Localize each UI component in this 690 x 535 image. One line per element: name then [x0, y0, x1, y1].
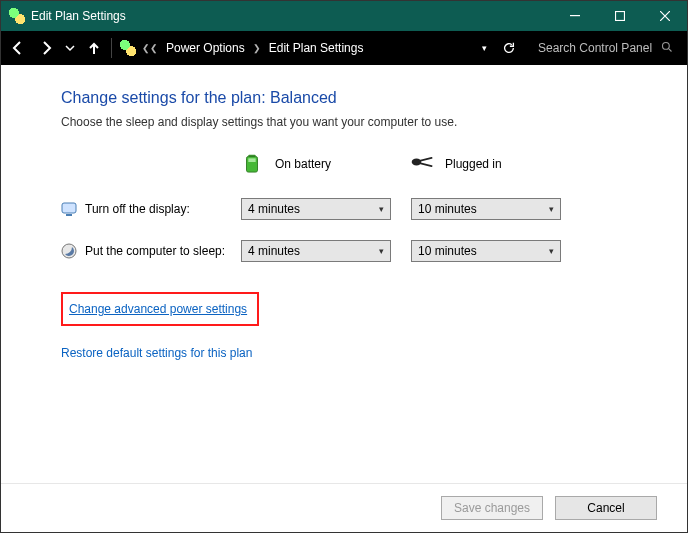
- sleep-icon: [61, 243, 77, 259]
- setting-row-sleep: Put the computer to sleep: 4 minutes ▾ 1…: [61, 240, 665, 262]
- chevron-down-icon: ▾: [379, 204, 384, 214]
- nav-bar: ❮❮ Power Options ❯ Edit Plan Settings ▾ …: [1, 31, 687, 65]
- search-placeholder: Search Control Panel: [538, 41, 652, 55]
- breadcrumb-item[interactable]: Power Options: [166, 41, 245, 55]
- chevron-left-icon: ❮❮: [142, 43, 158, 53]
- power-options-icon: [120, 40, 136, 56]
- display-plugged-select[interactable]: 10 minutes ▾: [411, 198, 561, 220]
- sleep-label: Put the computer to sleep:: [85, 244, 225, 258]
- chevron-right-icon: ❯: [253, 43, 261, 53]
- footer-bar: Save changes Cancel: [1, 483, 687, 532]
- forward-button[interactable]: [33, 35, 59, 61]
- nav-separator: [111, 38, 112, 58]
- svg-rect-8: [66, 214, 72, 216]
- column-header-battery: On battery: [275, 157, 331, 171]
- cancel-button[interactable]: Cancel: [555, 496, 657, 520]
- search-icon: [661, 41, 673, 56]
- breadcrumb-item[interactable]: Edit Plan Settings: [269, 41, 364, 55]
- sleep-plugged-select[interactable]: 10 minutes ▾: [411, 240, 561, 262]
- advanced-settings-link[interactable]: Change advanced power settings: [61, 292, 259, 326]
- display-icon: [61, 201, 77, 217]
- sleep-battery-select[interactable]: 4 minutes ▾: [241, 240, 391, 262]
- svg-rect-7: [62, 203, 76, 213]
- column-headers: On battery Plugged in: [61, 151, 665, 176]
- svg-rect-5: [248, 158, 255, 162]
- close-button[interactable]: [642, 1, 687, 31]
- display-battery-select[interactable]: 4 minutes ▾: [241, 198, 391, 220]
- chevron-down-icon: ▾: [379, 246, 384, 256]
- plug-icon: [411, 151, 433, 176]
- recent-locations-button[interactable]: [61, 35, 79, 61]
- svg-point-6: [412, 159, 422, 166]
- refresh-button[interactable]: [496, 35, 522, 61]
- svg-rect-0: [570, 15, 580, 16]
- minimize-button[interactable]: [552, 1, 597, 31]
- battery-icon: [241, 151, 263, 176]
- maximize-button[interactable]: [597, 1, 642, 31]
- page-heading: Change settings for the plan: Balanced: [61, 89, 665, 107]
- page-subtext: Choose the sleep and display settings th…: [61, 115, 665, 129]
- chevron-down-icon: ▾: [549, 204, 554, 214]
- save-button[interactable]: Save changes: [441, 496, 543, 520]
- links-area: Change advanced power settings Restore d…: [61, 292, 665, 360]
- svg-rect-1: [615, 12, 624, 21]
- breadcrumb[interactable]: ❮❮ Power Options ❯ Edit Plan Settings: [142, 41, 472, 55]
- back-button[interactable]: [5, 35, 31, 61]
- setting-row-display: Turn off the display: 4 minutes ▾ 10 min…: [61, 198, 665, 220]
- select-value: 4 minutes: [248, 244, 300, 258]
- column-header-plugged: Plugged in: [445, 157, 502, 171]
- window-title: Edit Plan Settings: [31, 9, 126, 23]
- chevron-down-icon: ▾: [549, 246, 554, 256]
- up-button[interactable]: [81, 35, 107, 61]
- select-value: 4 minutes: [248, 202, 300, 216]
- content-area: Change settings for the plan: Balanced C…: [1, 65, 687, 483]
- breadcrumb-dropdown[interactable]: ▾: [474, 43, 494, 53]
- power-options-icon: [9, 8, 25, 24]
- restore-defaults-link[interactable]: Restore default settings for this plan: [61, 346, 665, 360]
- search-input[interactable]: Search Control Panel: [532, 36, 679, 60]
- title-bar: Edit Plan Settings: [1, 1, 687, 31]
- display-label: Turn off the display:: [85, 202, 190, 216]
- select-value: 10 minutes: [418, 244, 477, 258]
- select-value: 10 minutes: [418, 202, 477, 216]
- svg-point-2: [663, 42, 670, 49]
- window-frame: Edit Plan Settings ❮❮ Power Options: [0, 0, 688, 533]
